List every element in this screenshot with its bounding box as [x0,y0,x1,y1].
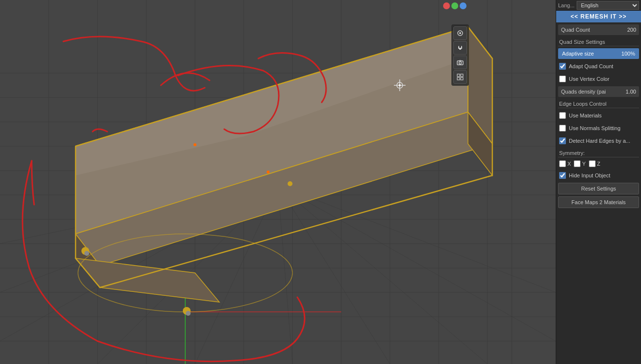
remesh-button[interactable]: << REMESH IT >> [556,11,641,22]
svg-point-50 [186,311,191,316]
quads-density-row[interactable]: Quads density (pai 1.00 [558,86,639,97]
quad-size-section: Quad Size Settings [558,37,639,46]
symmetry-y-checkbox[interactable] [574,160,581,167]
grid-icon[interactable] [453,70,467,84]
z-axis-circle[interactable] [460,2,466,9]
quads-density-label: Quads density (pai [561,89,624,95]
camera-icon[interactable] [453,56,467,69]
symmetry-z-label: Z [597,161,601,167]
face-maps-button[interactable]: Face Maps 2 Materials [558,196,639,208]
symmetry-x-checkbox[interactable] [559,160,566,167]
panel-content: Quad Count 200 Quad Size Settings Adapti… [556,22,641,364]
svg-point-58 [459,62,462,64]
adaptive-size-button[interactable]: Adaptive size 100% [558,48,639,59]
reset-settings-button[interactable]: Reset Settings [558,183,639,194]
svg-point-56 [459,32,461,34]
use-materials-label: Use Materials [569,113,602,118]
grab-icon[interactable] [453,41,467,55]
svg-point-44 [194,143,196,146]
use-vertex-color-checkbox[interactable] [559,76,566,82]
use-materials-row[interactable]: Use Materials [558,110,639,121]
quad-count-row[interactable]: Quad Count 200 [558,24,639,35]
svg-point-45 [267,171,270,173]
adapt-quad-count-label: Adapt Quad Count [569,63,613,69]
hide-input-object-checkbox[interactable] [559,172,566,179]
symmetry-row: X Y Z [558,159,639,168]
use-vertex-color-label: Use Vertex Color [569,76,609,82]
symmetry-x-label: X [567,161,571,167]
y-axis-circle[interactable] [451,2,458,9]
quads-density-value: 1.00 [626,89,636,95]
adaptive-size-label: Adaptive size [562,51,594,57]
quad-count-value: 200 [627,27,636,33]
symmetry-y[interactable]: Y [574,160,585,167]
adapt-quad-count-row[interactable]: Adapt Quad Count [558,61,639,72]
x-axis-circle[interactable] [443,2,450,9]
svg-rect-62 [461,77,463,80]
hide-input-object-label: Hide Input Object [569,172,610,178]
detect-hard-edges-checkbox[interactable] [559,137,566,144]
svg-point-48 [84,251,89,256]
symmetry-z[interactable]: Z [589,160,601,167]
hide-input-object-row[interactable]: Hide Input Object [558,170,639,181]
use-normals-splitting-checkbox[interactable] [559,125,566,132]
adapt-quad-count-checkbox[interactable] [559,63,566,70]
symmetry-x[interactable]: X [559,160,571,167]
svg-rect-59 [457,74,460,77]
quad-count-label: Quad Count [561,27,590,33]
symmetry-y-label: Y [582,161,585,167]
symmetry-z-checkbox[interactable] [589,160,596,167]
detect-hard-edges-row[interactable]: Detect Hard Edges by a... [558,135,639,146]
viewport[interactable] [0,0,556,364]
use-materials-checkbox[interactable] [559,112,566,119]
svg-rect-60 [461,74,463,77]
use-normals-splitting-label: Use Normals Splitting [569,125,621,131]
select-icon[interactable] [453,26,467,40]
svg-point-54 [399,84,401,86]
adaptive-size-percent: 100% [622,51,635,57]
viewport-toolbar [451,24,469,86]
language-select[interactable]: English [577,1,639,10]
lang-label: Lang... [558,2,575,8]
symmetry-section: Symmetry: [558,148,639,157]
language-bar: Lang... English [556,0,641,11]
use-normals-splitting-row[interactable]: Use Normals Splitting [558,123,639,134]
edge-loops-section: Edge Loops Control [558,99,639,108]
detect-hard-edges-label: Detect Hard Edges by a... [569,138,630,144]
use-vertex-color-row[interactable]: Use Vertex Color [558,74,639,84]
viewport-navigation [443,2,466,9]
right-panel: Lang... English << REMESH IT >> Quad Cou… [556,0,641,364]
svg-point-46 [288,181,292,186]
svg-rect-61 [457,77,460,80]
